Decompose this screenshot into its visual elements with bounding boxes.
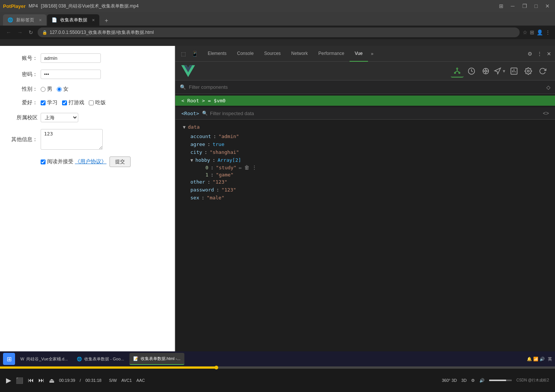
hobby-game-checkbox[interactable] bbox=[62, 100, 67, 105]
inspect-icon[interactable]: ⬚ bbox=[178, 49, 188, 59]
play-button[interactable]: ▶ bbox=[6, 376, 11, 384]
start-button[interactable]: ⊞ bbox=[3, 353, 15, 365]
next-button[interactable]: ⏭ bbox=[38, 377, 44, 384]
settings-icon[interactable] bbox=[522, 65, 535, 77]
tab-network[interactable]: Network bbox=[286, 46, 313, 62]
refresh-icon[interactable] bbox=[536, 65, 549, 77]
hobby-eat-label[interactable]: 吃饭 bbox=[89, 99, 106, 106]
menu-icon[interactable]: ⋮ bbox=[545, 29, 550, 35]
maximize-icon[interactable]: □ bbox=[532, 2, 540, 10]
hobby-header[interactable]: ▼ hobby : Array[2] bbox=[190, 157, 547, 163]
tab-close-form[interactable]: ✕ bbox=[92, 18, 95, 22]
profile-icon[interactable]: 👤 bbox=[537, 29, 543, 35]
new-tab-button[interactable]: + bbox=[102, 16, 111, 26]
forward-button[interactable]: → bbox=[16, 29, 24, 36]
media-progress-thumb[interactable] bbox=[214, 366, 218, 369]
close-icon[interactable]: ✕ bbox=[543, 2, 552, 10]
hobby-eat-checkbox[interactable] bbox=[89, 100, 94, 105]
tab-label-form: 收集表单数据 bbox=[60, 17, 87, 23]
tab-console[interactable]: Console bbox=[232, 46, 259, 62]
stop-button[interactable]: ⬛ bbox=[16, 377, 23, 384]
password-label: 密码： bbox=[11, 71, 38, 78]
gender-female-radio[interactable] bbox=[57, 87, 62, 92]
user-agreement-link[interactable]: 《用户协议》 bbox=[75, 158, 106, 165]
gender-female-label[interactable]: 女 bbox=[57, 86, 68, 93]
edit-hobby-icon[interactable]: ✏️ bbox=[239, 164, 242, 170]
inspector-component-title: <Root> bbox=[181, 111, 199, 116]
media-settings-icon[interactable]: ⚙ bbox=[471, 378, 475, 383]
pin-icon[interactable]: ⊞ bbox=[497, 2, 506, 10]
campus-select[interactable]: 上海 北京 深圳 武汉 bbox=[41, 113, 78, 122]
account-value: "admin" bbox=[219, 134, 239, 139]
url-box[interactable]: 🔒 127.0.0.1:5500/13_收集表单数据/收集表单数据.html bbox=[38, 27, 520, 37]
taskbar-word[interactable]: W 尚硅谷_Vue全家桶.d... bbox=[17, 353, 71, 365]
taskbar-chrome[interactable]: 🌐 收集表单数据 - Goo... bbox=[73, 353, 128, 365]
timeline-icon[interactable] bbox=[465, 65, 478, 77]
account-input[interactable] bbox=[41, 53, 101, 63]
devtools-close-icon[interactable]: ✕ bbox=[546, 50, 552, 58]
extensions-icon[interactable]: ⊞ bbox=[530, 29, 534, 35]
minimize-icon[interactable]: ─ bbox=[509, 2, 517, 10]
tab-close-new[interactable]: ✕ bbox=[39, 18, 42, 22]
hobby-colon: : bbox=[212, 157, 215, 163]
tab-elements[interactable]: Elements bbox=[202, 46, 232, 62]
title-bar-controls[interactable]: ⊞ ─ ❐ □ ✕ bbox=[497, 2, 552, 10]
gender-male-text: 男 bbox=[47, 86, 52, 93]
filter-input-wrap: 🔍 ◇ bbox=[180, 84, 550, 90]
component-tree-icon[interactable] bbox=[451, 65, 464, 77]
other-textarea[interactable]: 123 bbox=[41, 129, 103, 150]
reload-button[interactable]: ↻ bbox=[27, 29, 35, 36]
agree-key: agree bbox=[190, 141, 205, 147]
password-input[interactable] bbox=[41, 70, 101, 79]
tab-performance[interactable]: Performance bbox=[313, 46, 350, 62]
gender-label: 性别： bbox=[11, 86, 38, 93]
tab-new-page[interactable]: 🌐 新标签页 ✕ bbox=[3, 14, 46, 26]
city-value: "shanghai" bbox=[210, 149, 239, 155]
agree-checkbox[interactable] bbox=[41, 160, 46, 164]
devtools-more-icon[interactable]: ⋮ bbox=[536, 50, 543, 58]
hobby-study-checkbox[interactable] bbox=[41, 100, 46, 105]
devtools-tabs: Elements Console Sources Network Perform… bbox=[202, 46, 527, 62]
media-progress-bar[interactable] bbox=[0, 366, 555, 369]
device-icon[interactable]: 📱 bbox=[190, 49, 199, 59]
router-dropdown[interactable]: ▼ bbox=[494, 67, 506, 75]
more-tabs-button[interactable]: » bbox=[368, 51, 377, 56]
delete-hobby-icon[interactable]: 🗑 bbox=[244, 164, 249, 170]
data-section-arrow[interactable]: ▼ bbox=[183, 125, 186, 130]
filter-components-input[interactable] bbox=[189, 84, 543, 90]
volume-bar[interactable] bbox=[489, 380, 512, 381]
eject-button[interactable]: ⏏ bbox=[49, 377, 55, 384]
tab-form-page[interactable]: 📄 收集表单数据 ✕ bbox=[47, 14, 99, 26]
other-row: 其他信息： 123 bbox=[11, 129, 163, 150]
hobby-study-label[interactable]: 学习 bbox=[41, 99, 58, 106]
media-volume-icon[interactable]: 🔊 bbox=[479, 378, 485, 383]
submit-button[interactable]: 提交 bbox=[109, 156, 131, 167]
devtools-settings-icon[interactable]: ⚙ bbox=[527, 50, 533, 58]
agree-label[interactable]: 阅读并接受 《用户协议》 bbox=[41, 158, 106, 165]
hobby-game-label[interactable]: 打游戏 bbox=[62, 99, 84, 106]
tab-vue[interactable]: Vue bbox=[350, 46, 368, 62]
taskbar-word-icon: W bbox=[20, 357, 24, 361]
filter-bar: 🔍 ◇ bbox=[175, 81, 555, 94]
more-hobby-icon[interactable]: ⋮ bbox=[252, 164, 257, 170]
performance-icon[interactable] bbox=[508, 65, 520, 77]
inspector-filter-input[interactable] bbox=[210, 111, 540, 116]
data-account-item: account : "admin" bbox=[190, 134, 547, 139]
data-sex-item: sex : "male" bbox=[190, 195, 547, 201]
back-button[interactable]: ← bbox=[5, 29, 13, 36]
prev-button[interactable]: ⏮ bbox=[28, 377, 34, 384]
taskbar-chrome-label: 收集表单数据 - Goo... bbox=[84, 356, 124, 362]
bookmark-star-icon[interactable]: ☆ bbox=[523, 29, 528, 35]
gender-male-radio[interactable] bbox=[41, 87, 46, 92]
hobby-group: 学习 打游戏 吃饭 bbox=[41, 99, 106, 106]
gender-male-label[interactable]: 男 bbox=[41, 86, 52, 93]
taskbar-editor[interactable]: 📝 收集表单数据.html -... bbox=[129, 353, 184, 365]
tab-sources[interactable]: Sources bbox=[259, 46, 286, 62]
media-3d-button[interactable]: 3D bbox=[461, 378, 467, 383]
vuex-icon[interactable] bbox=[479, 65, 492, 77]
data-other-item: other : "123" bbox=[190, 179, 547, 185]
root-component-item[interactable]: < Root > = $vm0 bbox=[175, 96, 555, 106]
media-360-info: 360° 3D bbox=[442, 378, 457, 383]
edit-component-button[interactable]: <> bbox=[543, 110, 549, 116]
restore-icon[interactable]: ❐ bbox=[520, 2, 529, 10]
